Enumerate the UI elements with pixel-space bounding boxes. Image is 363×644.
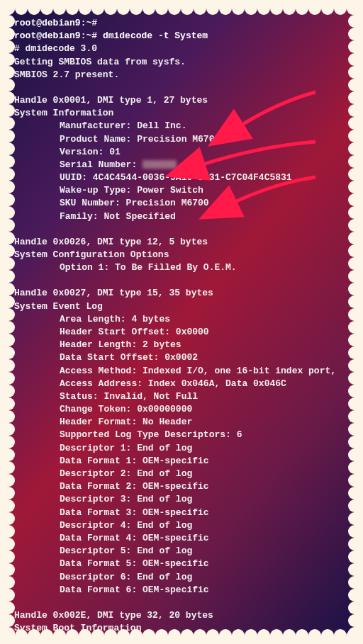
section-title: System Information xyxy=(14,107,349,120)
field-line: Manufacturer: Dell Inc. xyxy=(14,120,349,132)
field-line: Data Format 2: OEM-specific xyxy=(14,480,349,493)
section-handle: Handle 0x002E, DMI type 32, 20 bytes xyxy=(14,609,349,622)
field-line: Data Start Offset: 0x0002 xyxy=(14,351,349,364)
field-line: Access Address: Index 0x046A, Data 0x046… xyxy=(14,378,349,390)
field-line: Version: 01 xyxy=(14,146,349,159)
section-handle: Handle 0x0001, DMI type 1, 27 bytes xyxy=(14,94,349,107)
output-line: Getting SMBIOS data from sysfs. xyxy=(14,56,349,69)
field-line: Data Format 6: OEM-specific xyxy=(14,584,349,597)
field-line: Data Format 5: OEM-specific xyxy=(14,558,349,570)
blank-line xyxy=(14,274,349,287)
prompt-line-command: root@debian9:~# dmidecode -t System xyxy=(14,30,349,43)
field-line: Change Token: 0x00000000 xyxy=(14,403,349,416)
output-line: # dmidecode 3.0 xyxy=(14,43,349,55)
terminal-window[interactable]: root@debian9:~# root@debian9:~# dmidecod… xyxy=(9,9,354,635)
output-header: # dmidecode 3.0 Getting SMBIOS data from… xyxy=(14,43,349,81)
field-line: Status: No errors detected xyxy=(14,635,349,635)
blank-line xyxy=(14,223,349,236)
prompt-user: root@debian9 xyxy=(14,18,81,28)
output-line: SMBIOS 2.7 present. xyxy=(14,69,349,81)
field-line: Wake-up Type: Power Switch xyxy=(14,184,349,197)
field-line: Access Method: Indexed I/O, one 16-bit i… xyxy=(14,365,349,378)
section-handle: Handle 0x0026, DMI type 12, 5 bytes xyxy=(14,236,349,249)
output-sections: Handle 0x0001, DMI type 1, 27 bytesSyste… xyxy=(14,94,349,635)
section-title: System Event Log xyxy=(14,300,349,313)
field-line: Descriptor 6: End of log xyxy=(14,571,349,584)
field-line: Data Format 1: OEM-specific xyxy=(14,455,349,468)
field-line: Product Name: Precision M6700 xyxy=(14,133,349,146)
field-line: Descriptor 3: End of log xyxy=(14,493,349,506)
field-line: SKU Number: Precision M6700 xyxy=(14,197,349,210)
blank-line xyxy=(14,597,349,609)
field-line: Header Length: 2 bytes xyxy=(14,339,349,351)
field-line: Serial Number: xyxy=(14,159,349,171)
prompt-line-empty: root@debian9:~# xyxy=(14,17,349,30)
field-line: Option 1: To Be Filled By O.E.M. xyxy=(14,261,349,274)
field-line: Descriptor 5: End of log xyxy=(14,545,349,558)
blank-line xyxy=(14,81,349,94)
field-line: Descriptor 2: End of log xyxy=(14,468,349,480)
section-handle: Handle 0x0027, DMI type 15, 35 bytes xyxy=(14,287,349,300)
field-line: Header Format: No Header xyxy=(14,416,349,429)
section-title: System Boot Information xyxy=(14,622,349,635)
field-line: Data Format 3: OEM-specific xyxy=(14,507,349,519)
field-line: UUID: 4C4C4544-0036-5A10-8031-C7C04F4C58… xyxy=(14,171,349,184)
field-line: Area Length: 4 bytes xyxy=(14,313,349,326)
field-line: Supported Log Type Descriptors: 6 xyxy=(14,429,349,441)
command-text: dmidecode -t System xyxy=(103,30,208,41)
field-line: Header Start Offset: 0x0000 xyxy=(14,326,349,339)
field-line: Descriptor 1: End of log xyxy=(14,442,349,455)
redacted-value xyxy=(143,160,177,169)
field-line: Status: Invalid, Not Full xyxy=(14,390,349,403)
field-line: Family: Not Specified xyxy=(14,210,349,223)
section-title: System Configuration Options xyxy=(14,249,349,261)
field-line: Data Format 4: OEM-specific xyxy=(14,532,349,545)
field-line: Descriptor 4: End of log xyxy=(14,519,349,532)
